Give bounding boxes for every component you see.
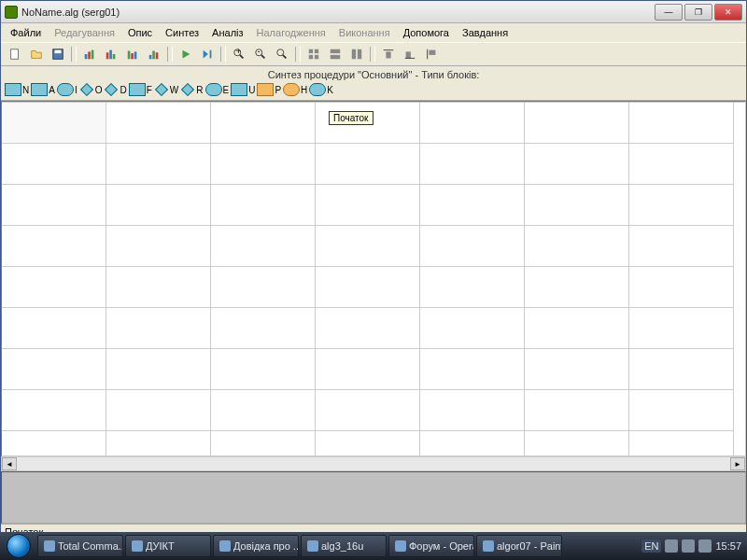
grid-cell[interactable] <box>420 226 525 267</box>
grid-cell[interactable] <box>316 267 420 308</box>
grid-cell[interactable] <box>2 308 106 349</box>
grid-cell[interactable] <box>2 390 106 431</box>
grid-cell[interactable] <box>211 226 316 267</box>
grid-cell[interactable] <box>629 390 734 431</box>
block-h[interactable]: H <box>283 83 307 96</box>
tray-icon[interactable] <box>665 539 678 553</box>
tool-grid2[interactable] <box>325 45 345 63</box>
grid-cell[interactable] <box>106 431 211 456</box>
grid-cell[interactable] <box>629 267 734 308</box>
grid-cell[interactable] <box>106 267 211 308</box>
menu-desc[interactable]: Опис <box>122 25 158 40</box>
grid-cell[interactable] <box>211 431 316 456</box>
system-tray[interactable]: EN 15:57 <box>638 539 745 553</box>
menu-help[interactable]: Допомога <box>398 25 455 40</box>
maximize-button[interactable]: ❐ <box>684 4 712 21</box>
grid-cell[interactable] <box>316 390 420 431</box>
tool-run[interactable] <box>176 45 196 63</box>
grid-cell[interactable] <box>525 349 629 390</box>
block-e[interactable]: E <box>205 83 230 96</box>
grid-cell[interactable] <box>525 308 629 349</box>
grid-cell[interactable] <box>2 185 106 226</box>
taskbar-item[interactable]: algor07 - Paint <box>476 535 562 557</box>
grid-cell[interactable] <box>2 226 106 267</box>
menu-debug[interactable]: Налагодження <box>251 25 331 40</box>
grid-cell[interactable] <box>420 267 525 308</box>
grid-cell[interactable] <box>525 390 629 431</box>
grid-cell[interactable] <box>525 185 629 226</box>
grid-cell[interactable] <box>525 103 629 144</box>
grid-cell[interactable] <box>525 226 629 267</box>
tool-open[interactable] <box>26 45 47 63</box>
tool-chart2[interactable] <box>101 45 121 63</box>
tool-zoomfit[interactable] <box>272 45 292 63</box>
grid-cell[interactable] <box>525 267 629 308</box>
grid-cell[interactable] <box>629 349 734 390</box>
grid-cell[interactable] <box>420 144 525 185</box>
taskbar[interactable]: Total Comma... ДУIКТ Довідка про ... alg… <box>0 532 747 560</box>
grid-cell[interactable] <box>2 144 106 185</box>
tool-chart4[interactable] <box>144 45 164 63</box>
scroll-left-icon[interactable]: ◄ <box>2 457 17 470</box>
block-i[interactable]: I <box>57 83 78 96</box>
grid-cell[interactable] <box>211 390 316 431</box>
tool-grid3[interactable] <box>346 45 367 63</box>
block-k[interactable]: K <box>309 83 333 96</box>
titlebar[interactable]: NoName.alg (serg01) — ❐ ✕ <box>1 1 746 23</box>
taskbar-item[interactable]: ДУIКТ <box>125 535 211 557</box>
grid-cell[interactable] <box>629 144 734 185</box>
grid-cell[interactable] <box>2 267 106 308</box>
tool-chart1[interactable] <box>79 45 100 63</box>
menu-analysis[interactable]: Аналіз <box>206 25 248 40</box>
taskbar-item[interactable]: Довідка про ... <box>213 535 299 557</box>
grid-cell[interactable] <box>211 185 316 226</box>
grid-cell[interactable] <box>2 103 106 144</box>
tray-icon[interactable] <box>682 539 695 553</box>
grid-cell[interactable] <box>2 431 106 456</box>
taskbar-item[interactable]: alg3_16u <box>301 535 387 557</box>
tool-step[interactable] <box>197 45 218 63</box>
block-n[interactable]: N <box>5 83 29 96</box>
grid-cell[interactable] <box>316 349 420 390</box>
lang-indicator[interactable]: EN <box>641 539 661 553</box>
block-f[interactable]: F <box>129 83 152 96</box>
grid-cell[interactable] <box>106 349 211 390</box>
grid-cell[interactable] <box>211 103 316 144</box>
block-p[interactable]: P <box>257 83 281 96</box>
grid-cell[interactable] <box>106 390 211 431</box>
grid-cell[interactable] <box>629 226 734 267</box>
grid-cell[interactable] <box>316 308 420 349</box>
grid-cell[interactable] <box>316 144 420 185</box>
menu-files[interactable]: Файли <box>5 25 47 40</box>
grid-cell[interactable] <box>316 226 420 267</box>
tool-align2[interactable] <box>400 45 420 63</box>
grid-cell[interactable] <box>525 431 629 456</box>
menu-exec[interactable]: Виконання <box>333 25 396 40</box>
grid-cell[interactable] <box>525 144 629 185</box>
start-button[interactable] <box>2 533 35 559</box>
menu-edit[interactable]: Редагування <box>49 25 120 40</box>
block-o[interactable]: O <box>79 85 103 95</box>
block-d[interactable]: D <box>104 85 126 95</box>
grid-cell[interactable] <box>106 144 211 185</box>
canvas-area[interactable]: Початок <box>1 101 746 456</box>
grid-cell[interactable] <box>106 185 211 226</box>
tool-grid1[interactable] <box>303 45 324 63</box>
grid-cell[interactable] <box>2 349 106 390</box>
grid-cell[interactable] <box>211 144 316 185</box>
block-w[interactable]: W <box>154 85 178 95</box>
grid-cell[interactable] <box>106 226 211 267</box>
minimize-button[interactable]: — <box>655 4 683 21</box>
grid-cell[interactable] <box>629 308 734 349</box>
grid-cell[interactable] <box>211 308 316 349</box>
grid-cell[interactable] <box>629 431 734 456</box>
tool-save[interactable] <box>48 45 68 63</box>
grid-cell[interactable] <box>420 185 525 226</box>
h-scrollbar[interactable]: ◄ ► <box>1 456 746 471</box>
grid-cell[interactable] <box>420 390 525 431</box>
tool-new[interactable] <box>5 45 25 63</box>
grid-cell[interactable] <box>106 308 211 349</box>
block-r[interactable]: R <box>180 85 203 95</box>
clock[interactable]: 15:57 <box>715 540 741 552</box>
menu-tasks[interactable]: Завдання <box>457 25 514 40</box>
